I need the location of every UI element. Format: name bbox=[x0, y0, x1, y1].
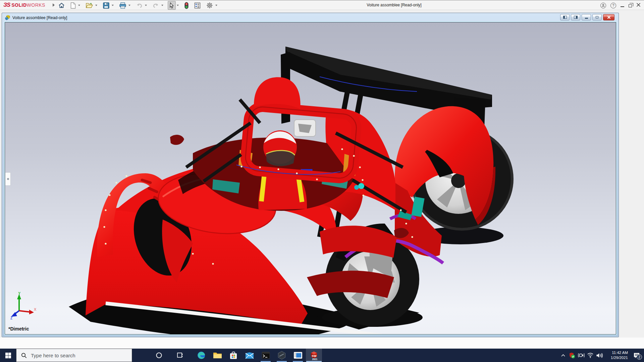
meet-now-camera-icon bbox=[578, 353, 585, 358]
file-properties-icon bbox=[194, 2, 201, 9]
windows-logo-icon bbox=[5, 353, 11, 358]
race-car-3d-model[interactable] bbox=[5, 22, 616, 334]
taskbar-store-button[interactable] bbox=[225, 349, 241, 362]
options-dropdown-icon[interactable] bbox=[215, 5, 217, 6]
assembly-icon bbox=[5, 15, 11, 20]
clock-time: 11:42 AM bbox=[604, 350, 628, 355]
triad-z-label: Z bbox=[10, 316, 12, 319]
taskbar-solidworks-button[interactable]: SW 2021 bbox=[306, 349, 322, 362]
taskbar-display-app-button[interactable] bbox=[290, 349, 306, 362]
command-prompt-icon bbox=[262, 352, 270, 359]
close-icon bbox=[636, 3, 641, 7]
volume-tray-button[interactable] bbox=[595, 349, 604, 362]
doc-restore-icon bbox=[596, 16, 598, 18]
right-pane-icon bbox=[574, 16, 578, 19]
wifi-icon bbox=[587, 353, 594, 358]
save-dropdown-icon[interactable] bbox=[112, 5, 114, 6]
solidworks-2021-icon: SW 2021 bbox=[309, 350, 319, 360]
notification-count-badge: 2 bbox=[637, 354, 642, 360]
account-button[interactable] bbox=[600, 3, 606, 8]
undo-dropdown-icon[interactable] bbox=[145, 5, 147, 6]
taskbar-edge-button[interactable] bbox=[193, 349, 209, 362]
doc-restore-button[interactable] bbox=[592, 14, 602, 20]
action-center-button[interactable]: 2 bbox=[629, 349, 644, 362]
mirror-housing bbox=[294, 120, 316, 136]
edge-icon bbox=[197, 351, 206, 360]
document-title: Voiture assomblee [Read-only] bbox=[12, 15, 67, 20]
meet-now-tray-button[interactable] bbox=[577, 349, 586, 362]
help-button[interactable]: ? bbox=[610, 3, 616, 8]
print-button[interactable] bbox=[118, 1, 127, 10]
task-view-icon bbox=[176, 352, 183, 359]
view-orientation-label: *Dimetric bbox=[8, 326, 29, 331]
taskbar-clock[interactable]: 11:42 AM 1/29/2021 bbox=[604, 350, 629, 360]
feature-pane-tab[interactable] bbox=[5, 172, 11, 186]
taskbar-hexagon-app-button[interactable] bbox=[274, 349, 290, 362]
show-right-pane-button[interactable] bbox=[571, 14, 580, 20]
solidworks-monitor-tray-button[interactable] bbox=[568, 349, 577, 362]
cortana-icon bbox=[156, 352, 162, 359]
undo-button[interactable] bbox=[135, 1, 144, 10]
file-properties-button[interactable] bbox=[193, 1, 202, 10]
speaker-icon bbox=[596, 353, 603, 358]
document-titlebar[interactable]: Voiture assomblee [Read-only] bbox=[2, 13, 619, 22]
quick-access-toolbar bbox=[57, 1, 219, 10]
doc-close-button[interactable] bbox=[603, 14, 614, 20]
graphics-viewport[interactable]: Y X Z *Dimetric bbox=[5, 22, 616, 335]
open-dropdown-icon[interactable] bbox=[95, 5, 97, 6]
clock-date: 1/29/2021 bbox=[604, 355, 628, 360]
save-button[interactable] bbox=[102, 1, 111, 10]
system-tray: 11:42 AM 1/29/2021 2 bbox=[558, 349, 644, 362]
user-icon bbox=[601, 4, 605, 7]
minimize-button[interactable] bbox=[621, 4, 624, 7]
rebuild-button[interactable] bbox=[183, 1, 190, 10]
display-app-icon bbox=[293, 352, 303, 359]
rebuild-traffic-light-icon bbox=[184, 2, 189, 9]
new-document-button[interactable] bbox=[69, 1, 77, 10]
document-window: Voiture assomblee [Read-only] bbox=[2, 13, 619, 337]
brand-bold-text: SOLID bbox=[11, 2, 26, 8]
toolbar-expand-icon[interactable] bbox=[53, 3, 55, 7]
sw-shield-check-icon bbox=[569, 352, 575, 359]
app-titlebar: ЗS SOLID WORKS bbox=[0, 0, 644, 10]
options-button[interactable] bbox=[205, 1, 214, 10]
search-input[interactable] bbox=[31, 353, 121, 358]
document-window-controls bbox=[560, 14, 614, 20]
redo-dropdown-icon[interactable] bbox=[161, 5, 163, 6]
restore-button[interactable] bbox=[629, 3, 632, 7]
brand-light-text: WORKS bbox=[27, 2, 45, 8]
home-button[interactable] bbox=[57, 1, 66, 10]
undo-icon bbox=[136, 3, 143, 8]
select-tool-button[interactable] bbox=[168, 1, 176, 10]
microsoft-store-icon bbox=[229, 351, 237, 360]
select-dropdown-icon[interactable] bbox=[177, 5, 179, 6]
home-icon bbox=[58, 2, 65, 8]
file-explorer-icon bbox=[213, 352, 222, 359]
taskbar-search[interactable] bbox=[16, 349, 132, 362]
open-button[interactable] bbox=[85, 1, 94, 10]
doc-minimize-button[interactable] bbox=[582, 14, 591, 20]
redo-icon bbox=[153, 3, 159, 8]
redo-button[interactable] bbox=[151, 1, 160, 10]
search-icon bbox=[21, 353, 27, 358]
chevron-up-icon bbox=[561, 354, 565, 357]
show-left-pane-button[interactable] bbox=[560, 14, 570, 20]
doc-close-icon bbox=[607, 15, 611, 19]
taskbar-explorer-button[interactable] bbox=[209, 349, 225, 362]
print-dropdown-icon[interactable] bbox=[128, 5, 130, 6]
start-button[interactable] bbox=[0, 349, 16, 362]
options-gear-icon bbox=[206, 2, 213, 9]
task-view-button[interactable] bbox=[172, 349, 188, 362]
hidden-icons-button[interactable] bbox=[558, 349, 568, 362]
print-icon bbox=[119, 2, 126, 9]
open-folder-icon bbox=[86, 2, 93, 8]
taskbar-mail-button[interactable] bbox=[241, 349, 258, 362]
new-document-dropdown-icon[interactable] bbox=[78, 5, 80, 6]
network-tray-button[interactable] bbox=[586, 349, 595, 362]
left-pane-icon bbox=[563, 16, 567, 19]
close-button[interactable] bbox=[636, 2, 641, 8]
new-document-icon bbox=[70, 2, 76, 9]
taskbar: SW 2021 bbox=[0, 349, 644, 362]
cortana-button[interactable] bbox=[151, 349, 167, 362]
taskbar-terminal-button[interactable] bbox=[258, 349, 274, 362]
